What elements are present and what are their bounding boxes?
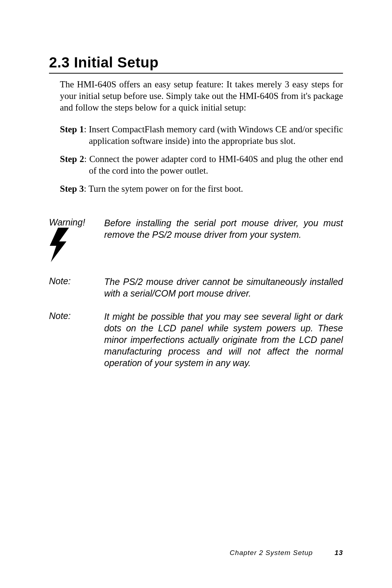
footer-chapter: Chapter 2 System Setup (230, 549, 313, 557)
page-footer: Chapter 2 System Setup 13 (0, 549, 392, 557)
step-label: Step 3 (60, 184, 84, 194)
setup-step: Step 3: Turn the sytem power on for the … (60, 183, 343, 195)
step-label: Step 2 (60, 154, 84, 164)
step-text: : Connect the power adapter cord to HMI-… (84, 154, 343, 175)
note-callout: Note: The PS/2 mouse driver cannot be si… (49, 276, 343, 299)
footer-page-number: 13 (335, 549, 343, 557)
step-text: : Insert CompactFlash memory card (with … (84, 124, 343, 146)
note-label: Note: (49, 276, 104, 286)
callout-label-column: Warning! (49, 217, 104, 264)
callout-label-column: Note: (49, 311, 104, 369)
document-page: 2.3 Initial Setup The HMI-640S offers an… (0, 0, 392, 588)
setup-step: Step 2: Connect the power adapter cord t… (60, 153, 343, 177)
section-heading: 2.3 Initial Setup (49, 54, 343, 74)
warning-callout: Warning! Before installing the serial po… (49, 217, 343, 264)
note-body: It might be possible that you may see se… (104, 311, 343, 369)
svg-marker-0 (50, 228, 69, 262)
note-callout: Note: It might be possible that you may … (49, 311, 343, 369)
step-text: : Turn the sytem power on for the first … (84, 184, 243, 194)
warning-body: Before installing the serial port mouse … (104, 217, 343, 264)
warning-label: Warning! (49, 217, 104, 228)
callout-label-column: Note: (49, 276, 104, 299)
step-label: Step 1 (60, 124, 84, 134)
lightning-bolt-icon (49, 254, 71, 264)
note-body: The PS/2 mouse driver cannot be simultan… (104, 276, 343, 299)
setup-step: Step 1: Insert CompactFlash memory card … (60, 124, 343, 147)
note-label: Note: (49, 311, 104, 321)
section-number: 2.3 (49, 54, 70, 70)
section-title: Initial Setup (74, 54, 159, 70)
callout-section: Warning! Before installing the serial po… (49, 217, 343, 369)
intro-paragraph: The HMI-640S offers an easy setup featur… (60, 79, 343, 113)
